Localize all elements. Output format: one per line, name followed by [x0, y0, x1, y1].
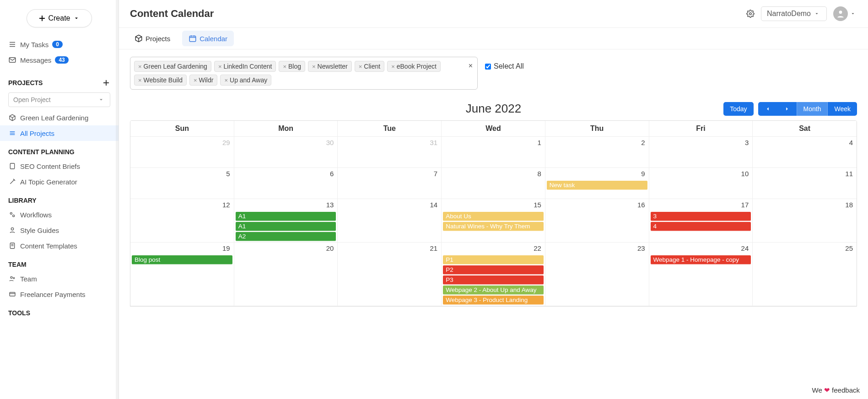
calendar-cell[interactable]: 6 [234, 168, 338, 199]
user-menu[interactable] [833, 6, 857, 21]
tab-calendar[interactable]: Calendar [182, 31, 234, 46]
list-icon [8, 129, 16, 137]
calendar-cell[interactable]: 23 [545, 243, 649, 306]
calendar-cell[interactable]: 18 [753, 199, 857, 243]
calendar-cell[interactable]: 21 [338, 243, 442, 306]
calendar-event[interactable]: Webpage 2 - About Up and Away [443, 286, 544, 295]
create-button[interactable]: Create [27, 9, 92, 27]
remove-chip-icon[interactable]: × [224, 77, 228, 84]
calendar-event[interactable]: 4 [651, 222, 751, 231]
filter-chip[interactable]: ×Website Build [134, 75, 187, 86]
week-view-button[interactable]: Week [828, 102, 857, 116]
filter-chip[interactable]: ×Green Leaf Gardening [134, 61, 211, 72]
remove-chip-icon[interactable]: × [138, 63, 142, 70]
calendar-event[interactable]: P3 [443, 275, 544, 285]
style-guides-link[interactable]: Style Guides [0, 222, 119, 238]
remove-chip-icon[interactable]: × [359, 63, 362, 70]
calendar-cell[interactable]: 15About UsNatural Wines - Why Try Them [442, 199, 545, 243]
calendar-cell[interactable]: 30 [234, 137, 338, 168]
calendar-cell[interactable]: 16 [545, 199, 649, 243]
filter-chip[interactable]: ×eBook Project [387, 61, 441, 72]
calendar-cell[interactable]: 7 [338, 168, 442, 199]
freelancer-link[interactable]: Freelancer Payments [0, 286, 119, 302]
prev-button[interactable] [758, 102, 777, 116]
calendar-event[interactable]: Blog post [132, 255, 232, 264]
calendar-cell[interactable]: 20 [234, 243, 338, 306]
feedback-link[interactable]: We ❤ feedback [812, 386, 860, 394]
gear-icon[interactable] [746, 10, 755, 18]
calendar-cell[interactable]: 2 [545, 137, 649, 168]
calendar-cell[interactable]: 10 [649, 168, 753, 199]
filter-chip[interactable]: ×Wildr [189, 75, 217, 86]
calendar-cell[interactable]: 22P1P2P3Webpage 2 - About Up and AwayWeb… [442, 243, 545, 306]
calendar-cell[interactable]: 11 [753, 168, 857, 199]
workspace-select[interactable]: NarratoDemo [761, 6, 827, 21]
calendar-event[interactable]: A2 [236, 232, 336, 241]
filter-chip[interactable]: ×Blog [279, 61, 305, 72]
calendar-cell[interactable]: 1 [442, 137, 545, 168]
project-green-leaf[interactable]: Green Leaf Gardening [0, 110, 119, 125]
calendar-cell[interactable]: 25 [753, 243, 857, 306]
calendar-cell[interactable]: 9New task [545, 168, 649, 199]
day-header: Mon [234, 121, 338, 137]
svg-point-10 [11, 228, 13, 230]
calendar-cell[interactable]: 5 [130, 168, 234, 199]
seo-briefs-link[interactable]: SEO Content Briefs [0, 158, 119, 174]
workflows-link[interactable]: Workflows [0, 207, 119, 222]
remove-chip-icon[interactable]: × [138, 77, 142, 84]
calendar-cell[interactable]: 3 [649, 137, 753, 168]
select-all-checkbox[interactable]: Select All [485, 62, 524, 70]
calendar-cell[interactable]: 12 [130, 199, 234, 243]
my-tasks-link[interactable]: My Tasks 0 [8, 37, 110, 52]
remove-chip-icon[interactable]: × [194, 77, 197, 84]
caret-down-icon [813, 10, 821, 18]
filter-chip[interactable]: ×Newsletter [308, 61, 352, 72]
filter-chip[interactable]: ×Client [355, 61, 384, 72]
clear-filters-button[interactable]: × [469, 62, 473, 70]
remove-chip-icon[interactable]: × [391, 63, 395, 70]
calendar-cell[interactable]: 14 [338, 199, 442, 243]
calendar-event[interactable]: 3 [651, 212, 751, 221]
calendar-event[interactable]: A1 [236, 212, 336, 221]
calendar-event[interactable]: P1 [443, 255, 544, 264]
team-label: Team [20, 275, 37, 283]
calendar-cell[interactable]: 31 [338, 137, 442, 168]
calendar-cell[interactable]: 19Blog post [130, 243, 234, 306]
remove-chip-icon[interactable]: × [218, 63, 222, 70]
calendar-cell[interactable]: 29 [130, 137, 234, 168]
calendar-event[interactable]: About Us [443, 212, 544, 221]
select-all-input[interactable] [485, 64, 491, 70]
messages-link[interactable]: Messages 43 [8, 52, 110, 68]
calendar-cell[interactable]: 4 [753, 137, 857, 168]
calendar-event[interactable]: Webpage 3 - Product Landing [443, 296, 544, 305]
remove-chip-icon[interactable]: × [312, 63, 316, 70]
tab-projects[interactable]: Projects [128, 31, 177, 46]
calendar-event[interactable]: Webpage 1 - Homepage - copy [651, 255, 751, 264]
calendar-cell[interactable]: 13A1A1A2 [234, 199, 338, 243]
calendar-event[interactable]: Natural Wines - Why Try Them [443, 222, 544, 231]
day-header: Fri [649, 121, 753, 137]
calendar-event[interactable]: New task [547, 181, 647, 190]
filter-chip[interactable]: ×Up and Away [220, 75, 271, 86]
calendar-event[interactable]: A1 [236, 222, 336, 231]
day-number: 9 [641, 170, 645, 178]
plus-icon[interactable] [102, 79, 110, 87]
filter-chip-box[interactable]: ×Green Leaf Gardening×LinkedIn Content×B… [130, 57, 478, 90]
day-header: Sat [753, 121, 857, 137]
calendar-cell[interactable]: 24Webpage 1 - Homepage - copy [649, 243, 753, 306]
next-button[interactable] [777, 102, 797, 116]
today-button[interactable]: Today [723, 102, 753, 116]
filter-chip[interactable]: ×LinkedIn Content [214, 61, 276, 72]
calendar-cell[interactable]: 8 [442, 168, 545, 199]
team-link[interactable]: Team [0, 271, 119, 286]
calendar-event[interactable]: P2 [443, 265, 544, 275]
my-tasks-label: My Tasks [20, 41, 49, 49]
content-templates-link[interactable]: Content Templates [0, 238, 119, 253]
tabs: Projects Calendar [119, 28, 868, 49]
calendar-cell[interactable]: 1734 [649, 199, 753, 243]
month-view-button[interactable]: Month [797, 102, 828, 116]
all-projects[interactable]: All Projects [0, 125, 119, 141]
remove-chip-icon[interactable]: × [283, 63, 286, 70]
open-project-select[interactable]: Open Project [8, 92, 110, 107]
ai-topic-link[interactable]: AI Topic Generator [0, 174, 119, 189]
